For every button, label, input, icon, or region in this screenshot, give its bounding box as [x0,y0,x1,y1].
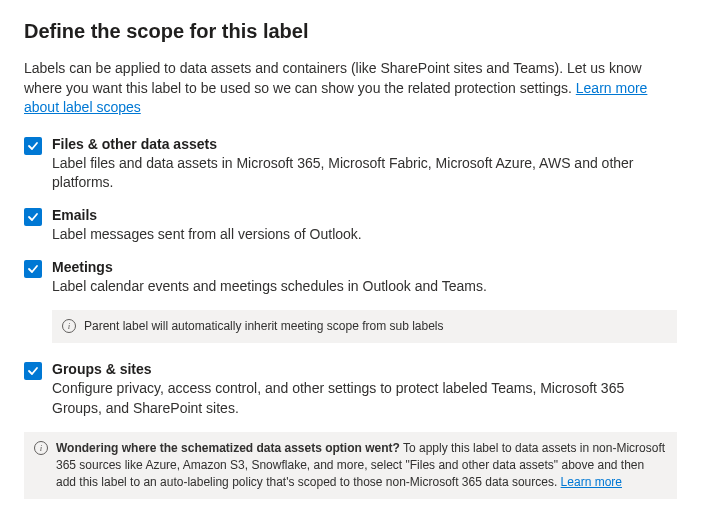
option-emails-desc: Label messages sent from all versions of… [52,225,677,245]
bottom-info-banner: i Wondering where the schematized data a… [24,432,677,498]
intro-body: Labels can be applied to data assets and… [24,60,642,96]
bottom-info-text: Wondering where the schematized data ass… [56,440,667,490]
option-meetings-desc: Label calendar events and meetings sched… [52,277,677,297]
page-title: Define the scope for this label [24,20,677,43]
check-icon [27,211,39,223]
option-groups-label: Groups & sites [52,361,677,377]
learn-more-bottom-link[interactable]: Learn more [561,475,622,489]
info-icon: i [34,441,48,455]
meetings-info-text: Parent label will automatically inherit … [84,318,444,335]
option-files-desc: Label files and data assets in Microsoft… [52,154,677,193]
check-icon [27,140,39,152]
check-icon [27,263,39,275]
bottom-info-bold: Wondering where the schematized data ass… [56,441,400,455]
meetings-info-banner: i Parent label will automatically inheri… [52,310,677,343]
option-files-label: Files & other data assets [52,136,677,152]
option-files: Files & other data assets Label files an… [24,136,677,193]
checkbox-meetings[interactable] [24,260,42,278]
checkbox-emails[interactable] [24,208,42,226]
option-groups: Groups & sites Configure privacy, access… [24,361,677,418]
intro-text: Labels can be applied to data assets and… [24,59,677,118]
option-emails-label: Emails [52,207,677,223]
option-meetings: Meetings Label calendar events and meeti… [24,259,677,297]
info-icon: i [62,319,76,333]
option-emails: Emails Label messages sent from all vers… [24,207,677,245]
checkbox-files[interactable] [24,137,42,155]
option-meetings-label: Meetings [52,259,677,275]
check-icon [27,365,39,377]
checkbox-groups[interactable] [24,362,42,380]
option-groups-desc: Configure privacy, access control, and o… [52,379,677,418]
